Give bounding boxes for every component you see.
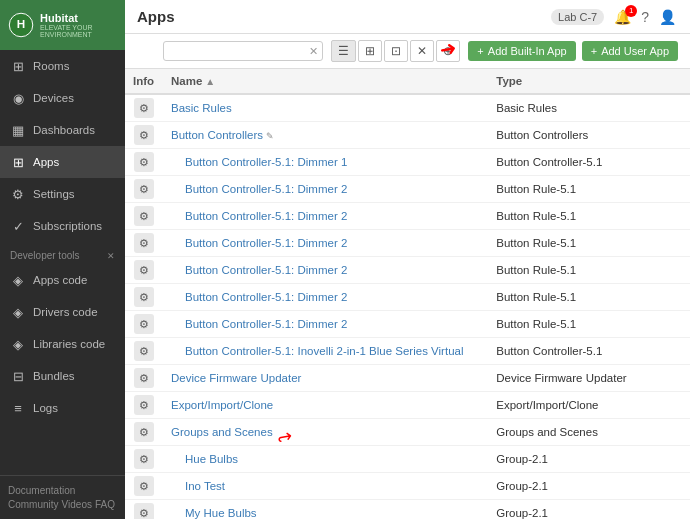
hubitat-logo-icon: H	[8, 7, 34, 43]
child-type: Button Rule-5.1	[488, 230, 690, 257]
search-clear-icon[interactable]: ✕	[309, 45, 318, 58]
help-icon[interactable]: ?	[639, 7, 651, 27]
child-type: Button Rule-5.1	[488, 284, 690, 311]
add-builtin-app-button[interactable]: + Add Built-In App	[468, 41, 575, 61]
col-name[interactable]: Name ▲	[163, 69, 488, 94]
topbar-right: Lab C-7 🔔 1 ? 👤	[551, 7, 678, 27]
child-row: ⚙ Button Controller-5.1: Dimmer 2 Button…	[125, 284, 690, 311]
add-user-app-button[interactable]: + Add User App	[582, 41, 678, 61]
child-gear-icon[interactable]: ⚙	[134, 179, 154, 199]
col-type: Type	[488, 69, 690, 94]
child-row: ⚙ Ino Test Group-2.1	[125, 473, 690, 500]
child-app-name[interactable]: Button Controller-5.1: Dimmer 1	[185, 156, 347, 168]
faq-link[interactable]: FAQ	[95, 499, 115, 510]
child-gear-icon[interactable]: ⚙	[134, 476, 154, 496]
section-type: Export/Import/Clone	[488, 392, 690, 419]
bundles-icon: ⊟	[10, 368, 26, 384]
child-gear-icon[interactable]: ⚙	[134, 341, 154, 361]
sidebar-item-settings[interactable]: ⚙ Settings	[0, 178, 125, 210]
section-gear-icon[interactable]: ⚙	[134, 125, 154, 145]
filter-button[interactable]: ⊡	[384, 40, 408, 62]
section-type: Button Controllers	[488, 122, 690, 149]
section-app-name[interactable]: Groups and Scenes	[171, 426, 273, 438]
sidebar-item-libraries-code[interactable]: ◈ Libraries code	[0, 328, 125, 360]
child-app-name[interactable]: Button Controller-5.1: Dimmer 2	[185, 210, 347, 222]
topbar: Apps Lab C-7 🔔 1 ? 👤	[125, 0, 690, 34]
devices-icon: ◉	[10, 90, 26, 106]
user-icon[interactable]: 👤	[657, 7, 678, 27]
section-row: ⚙ Export/Import/Clone Export/Import/Clon…	[125, 392, 690, 419]
sidebar-item-drivers-code[interactable]: ◈ Drivers code	[0, 296, 125, 328]
sidebar-item-apps-code[interactable]: ◈ Apps code	[0, 264, 125, 296]
section-gear-icon[interactable]: ⚙	[134, 422, 154, 442]
developer-section-expand[interactable]: ✕	[107, 251, 115, 261]
notification-icon[interactable]: 🔔 1	[612, 7, 633, 27]
child-app-name[interactable]: Button Controller-5.1: Dimmer 2	[185, 183, 347, 195]
child-gear-icon[interactable]: ⚙	[134, 206, 154, 226]
sidebar-item-bundles[interactable]: ⊟ Bundles	[0, 360, 125, 392]
child-gear-icon[interactable]: ⚙	[134, 314, 154, 334]
child-gear-icon[interactable]: ⚙	[134, 503, 154, 519]
topbar-icons: 🔔 1 ? 👤	[612, 7, 678, 27]
sidebar-item-rooms[interactable]: ⊞ Rooms	[0, 50, 125, 82]
plus-icon-user: +	[591, 45, 597, 57]
child-app-name[interactable]: My Hue Bulbs	[185, 507, 257, 519]
sidebar-logo: H Hubitat ELEVATE YOUR ENVIRONMENT	[0, 0, 125, 50]
section-app-name[interactable]: Device Firmware Updater	[171, 372, 301, 384]
section-row: ⚙ Groups and Scenes ↩ Groups and Scenes	[125, 419, 690, 446]
section-type: Groups and Scenes	[488, 419, 690, 446]
child-gear-icon[interactable]: ⚙	[134, 152, 154, 172]
child-app-name[interactable]: Button Controller-5.1: Inovelli 2-in-1 B…	[185, 345, 463, 357]
child-app-name[interactable]: Button Controller-5.1: Dimmer 2	[185, 264, 347, 276]
child-type: Group-2.1	[488, 446, 690, 473]
list-view-button[interactable]: ☰	[331, 40, 356, 62]
child-gear-icon[interactable]: ⚙	[134, 260, 154, 280]
sidebar-item-logs[interactable]: ≡ Logs	[0, 392, 125, 424]
child-type: Button Controller-5.1	[488, 149, 690, 176]
community-link[interactable]: Community	[8, 499, 59, 510]
sidebar-item-dashboards[interactable]: ▦ Dashboards	[0, 114, 125, 146]
section-app-name[interactable]: Basic Rules	[171, 102, 232, 114]
section-type: Basic Rules	[488, 94, 690, 122]
sidebar-item-devices[interactable]: ◉ Devices	[0, 82, 125, 114]
logs-icon: ≡	[10, 400, 26, 416]
child-app-name[interactable]: Button Controller-5.1: Dimmer 2	[185, 291, 347, 303]
sidebar-item-subscriptions[interactable]: ✓ Subscriptions	[0, 210, 125, 242]
child-row: ⚙ Button Controller-5.1: Inovelli 2-in-1…	[125, 338, 690, 365]
sidebar-logo-text: Hubitat ELEVATE YOUR ENVIRONMENT	[40, 12, 117, 38]
plus-icon: +	[477, 45, 483, 57]
child-type: Button Rule-5.1	[488, 257, 690, 284]
sidebar-item-apps[interactable]: ⊞ Apps	[0, 146, 125, 178]
child-gear-icon[interactable]: ⚙	[134, 287, 154, 307]
search-box: ✕	[163, 41, 323, 61]
grid-view-button[interactable]: ⊞	[358, 40, 382, 62]
section-gear-icon[interactable]: ⚙	[134, 98, 154, 118]
libraries-code-icon: ◈	[10, 336, 26, 352]
section-app-name[interactable]: Button Controllers ✎	[171, 129, 274, 141]
apps-code-icon: ◈	[10, 272, 26, 288]
page-title: Apps	[137, 8, 175, 25]
videos-link[interactable]: Videos	[62, 499, 92, 510]
child-type: Group-2.1	[488, 473, 690, 500]
child-row: ⚙ Hue Bulbs Group-2.1	[125, 446, 690, 473]
sort-arrow-icon: ▲	[205, 76, 215, 87]
apps-icon: ⊞	[10, 154, 26, 170]
sort-button[interactable]: ✕	[410, 40, 434, 62]
section-gear-icon[interactable]: ⚙	[134, 368, 154, 388]
child-app-name[interactable]: Hue Bulbs	[185, 453, 238, 465]
search-input[interactable]	[163, 41, 323, 61]
documentation-link[interactable]: Documentation	[8, 485, 75, 496]
child-type: Button Controller-5.1	[488, 338, 690, 365]
apps-table: Info Name ▲ Type ⚙ Basic Rules Basic Rul…	[125, 69, 690, 519]
apps-table-container: Info Name ▲ Type ⚙ Basic Rules Basic Rul…	[125, 69, 690, 519]
child-app-name[interactable]: Ino Test	[185, 480, 225, 492]
child-app-name[interactable]: Button Controller-5.1: Dimmer 2	[185, 318, 347, 330]
child-app-name[interactable]: Button Controller-5.1: Dimmer 2	[185, 237, 347, 249]
child-row: ⚙ Button Controller-5.1: Dimmer 2 Button…	[125, 176, 690, 203]
section-gear-icon[interactable]: ⚙	[134, 395, 154, 415]
section-app-name[interactable]: Export/Import/Clone	[171, 399, 273, 411]
child-gear-icon[interactable]: ⚙	[134, 233, 154, 253]
child-type: Button Rule-5.1	[488, 311, 690, 338]
child-gear-icon[interactable]: ⚙	[134, 449, 154, 469]
child-type: Button Rule-5.1	[488, 176, 690, 203]
